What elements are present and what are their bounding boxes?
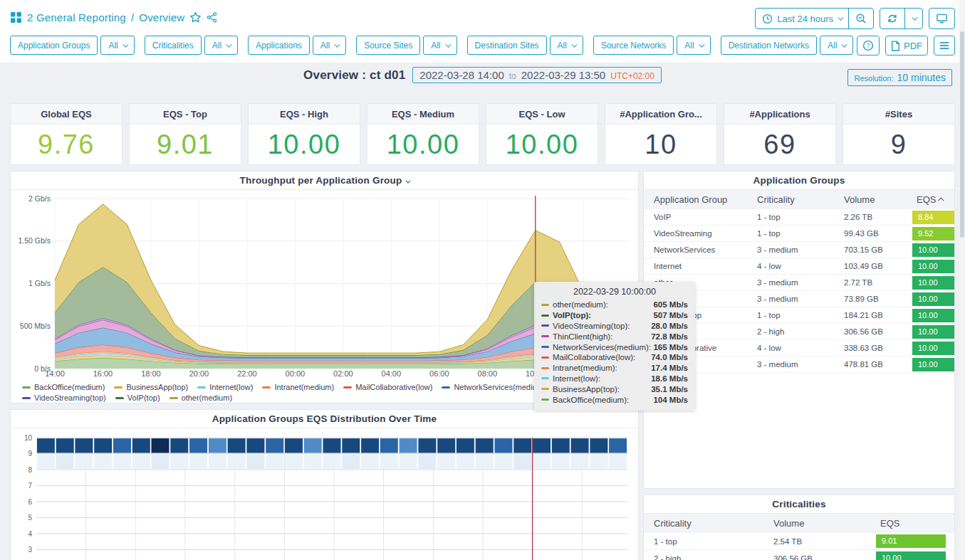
heatmap-cell (476, 438, 494, 453)
legend-item-mailcollaborative-low[interactable]: MailCollaborative(low) (343, 383, 432, 391)
kpi-label: EQS - Top (130, 104, 241, 125)
display-mode-button[interactable] (929, 9, 954, 28)
filter-destination-networks-button[interactable]: Destination Networks (721, 36, 817, 55)
legend-item-backoffice-medium[interactable]: BackOffice(medium) (22, 383, 105, 391)
filter-application-groups-button[interactable]: Application Groups (10, 36, 98, 55)
criticalities-body: 1 - top2.54 TB9.012 - high306.56 GB10.00 (644, 533, 954, 560)
chevron-down-icon (445, 41, 451, 47)
app-group-row-videostreaming[interactable]: VideoStreaming1 - top99.43 GB9.52 (644, 226, 954, 242)
tooltip-series-value: 507 Mb/s (653, 311, 688, 319)
filter-criticalities-button[interactable]: Criticalities (145, 36, 202, 55)
tooltip-swatch (541, 356, 549, 359)
breadcrumb-section[interactable]: 2 General Reporting (27, 11, 126, 23)
tooltip-series-name: ThinClient(high): (553, 332, 651, 341)
zoom-out-icon (855, 13, 867, 24)
legend-item-voip-top[interactable]: VoIP(top) (115, 393, 160, 402)
cell-group: VideoStreaming (644, 229, 747, 238)
page-scrollbar-track[interactable] (959, 0, 965, 560)
kpi-value: 9 (843, 125, 954, 164)
refresh-button[interactable] (880, 9, 904, 28)
filter-application-groups-all-dropdown[interactable]: All (100, 36, 134, 55)
kpi-value: 10.00 (249, 125, 360, 164)
filter-applications-all-dropdown[interactable]: All (313, 36, 346, 55)
column-header-criticality[interactable]: Criticality (747, 194, 834, 205)
refresh-options-dropdown[interactable] (904, 9, 922, 28)
tooltip-series-value: 74.0 Mb/s (651, 353, 688, 361)
cell-volume: 478.81 GB (834, 360, 907, 369)
kpi-label: #Applications (724, 104, 835, 125)
throughput-panel-title[interactable]: Throughput per Application Group (11, 171, 638, 190)
tooltip-row-mailcollaborative-low: MailCollaborative(low):74.0 Mb/s (541, 352, 688, 363)
tooltip-series-name: Intranet(medium): (553, 364, 651, 372)
time-range-display[interactable]: 2022-03-28 14:00 to 2022-03-29 13:50 UTC… (412, 67, 662, 83)
app-group-row-voip[interactable]: VoIP1 - top2.26 TB8.84 (644, 209, 954, 226)
resolution-value: 10 minutes (897, 72, 946, 83)
cell-eqs: 10.00 (907, 243, 955, 257)
heatmap-cell (361, 455, 379, 469)
filter-criticalities-all-dropdown[interactable]: All (204, 36, 238, 55)
kpi-label: #Sites (843, 104, 954, 125)
column-header-application-group[interactable]: Application Group (644, 194, 747, 205)
legend-item-intranet-medium[interactable]: Intranet(medium) (262, 383, 334, 391)
heatmap-cell (513, 455, 531, 469)
filter-destination-sites-button[interactable]: Destination Sites (467, 36, 547, 55)
criticality-row-2-high[interactable]: 2 - high306.56 GB10.00 (644, 550, 954, 560)
column-header-criticality[interactable]: Criticality (644, 518, 763, 529)
legend-label: VideoStreaming(top) (34, 393, 106, 402)
cell-eqs: 10.00 (907, 309, 955, 322)
filter-applications-button[interactable]: Applications (248, 36, 310, 55)
tooltip-row-intranet-medium: Intranet(medium):17.4 Mb/s (541, 363, 688, 374)
eqs-heatmap-svg[interactable]: 109876543 (11, 428, 638, 560)
column-header-eqs[interactable]: EQS (907, 194, 954, 205)
svg-text:1 Gb/s: 1 Gb/s (28, 279, 51, 287)
help-button[interactable]: ? (857, 36, 880, 56)
svg-text:14:00: 14:00 (45, 369, 65, 378)
filter-source-networks-button[interactable]: Source Networks (593, 36, 674, 55)
legend-item-internet-low[interactable]: Internet(low) (197, 383, 253, 391)
legend-item-other-medium[interactable]: other(medium) (169, 393, 233, 402)
star-icon[interactable] (189, 11, 202, 23)
column-header-eqs[interactable]: EQS (870, 518, 954, 529)
menu-button[interactable] (934, 36, 955, 56)
filter-source-sites-all-dropdown[interactable]: All (423, 36, 457, 55)
tooltip-series-name: BackOffice(medium): (553, 396, 653, 404)
legend-item-videostreaming-top[interactable]: VideoStreaming(top) (22, 393, 106, 402)
secondary-toolbar: ? PDF (857, 36, 955, 56)
scrollbar-thumb[interactable] (960, 31, 964, 238)
filter-source-networks-all-dropdown[interactable]: All (677, 36, 710, 55)
time-range-dropdown[interactable]: Last 24 hours (756, 9, 848, 28)
pdf-export-button[interactable]: PDF (885, 36, 928, 56)
svg-text:2 Gb/s: 2 Gb/s (28, 194, 51, 203)
zoom-out-button[interactable] (848, 9, 873, 28)
filter-destination-sites-all-dropdown[interactable]: All (550, 36, 583, 55)
app-group-row-internet[interactable]: Internet4 - low103.49 GB10.00 (644, 258, 954, 275)
tooltip-row-businessapp-top: BusinessApp(top):35.1 Mb/s (541, 384, 688, 394)
heatmap-cell (246, 455, 264, 469)
column-header-volume[interactable]: Volume (834, 194, 907, 205)
tooltip-series-value: 72.8 Mb/s (651, 332, 688, 341)
cell-group: NetworkServices (644, 245, 747, 254)
svg-text:02:00: 02:00 (333, 369, 353, 378)
tooltip-row-networkservices-medium: NetworkServices(medium):165 Mb/s (541, 342, 688, 352)
legend-item-networkservices-medium[interactable]: NetworkServices(medium) (442, 383, 546, 391)
filter-destination-networks-all-dropdown[interactable]: All (820, 36, 853, 55)
tooltip-row-internet-low: Internet(low):18.6 Mb/s (541, 374, 688, 384)
cell-criticality: 3 - medium (747, 360, 834, 369)
app-group-row-networkservices[interactable]: NetworkServices3 - medium703.15 GB10.00 (644, 242, 954, 258)
cell-eqs: 10.00 (907, 260, 955, 273)
criticality-row-1-top[interactable]: 1 - top2.54 TB9.01 (644, 533, 954, 550)
share-icon[interactable] (207, 12, 217, 23)
heatmap-cell (552, 455, 570, 469)
heatmap-cell (380, 438, 398, 453)
heatmap-cell (552, 438, 570, 453)
eqs-badge: 10.00 (912, 342, 955, 355)
heatmap-cell (437, 455, 455, 469)
filter-source-sites-button[interactable]: Source Sites (356, 36, 420, 55)
legend-item-businessapp-top[interactable]: BusinessApp(top) (114, 383, 188, 391)
heatmap-cell (571, 438, 589, 453)
heatmap-cell (228, 455, 246, 469)
tooltip-series-name: VideoStreaming(top): (553, 322, 651, 330)
breadcrumb-page[interactable]: Overview (139, 11, 184, 23)
eqs-badge: 10.00 (912, 325, 955, 339)
column-header-volume[interactable]: Volume (763, 518, 870, 529)
